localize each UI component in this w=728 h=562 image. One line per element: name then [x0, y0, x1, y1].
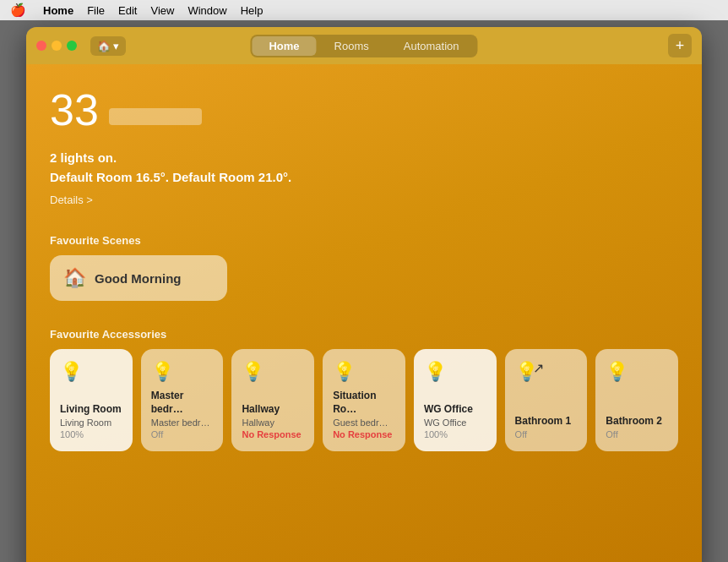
- accessory-sub-1: Master bedr…: [151, 417, 214, 428]
- accessory-status-1: Off: [151, 429, 214, 439]
- minimize-button[interactable]: [52, 41, 62, 51]
- menu-bar: 🍎 Home File Edit View Window Help: [0, 0, 728, 20]
- accessory-icon-6: 💡: [606, 361, 668, 383]
- home-status: 2 lights on. Default Room 16.5°. Default…: [50, 149, 678, 187]
- menu-view[interactable]: View: [150, 4, 174, 17]
- titlebar: 🏠 ▾ Home Rooms Automation +: [26, 27, 702, 64]
- accessory-name-1: Master bedr…: [151, 390, 214, 416]
- accessory-sub-2: Hallway: [242, 417, 304, 428]
- status-line2: Default Room 16.5°. Default Room 21.0°.: [50, 168, 678, 188]
- tab-automation[interactable]: Automation: [387, 36, 476, 56]
- menu-file[interactable]: File: [87, 4, 105, 17]
- add-button[interactable]: +: [668, 34, 692, 57]
- accessory-icon-4: 💡: [424, 361, 486, 383]
- accessory-name-5: Bathroom 1: [515, 415, 578, 428]
- accessory-card-0[interactable]: 💡Living RoomLiving Room100%: [50, 349, 133, 451]
- status-line1: 2 lights on.: [50, 149, 678, 168]
- scene-card-good-morning[interactable]: 🏠 Good Morning: [50, 255, 227, 301]
- accessory-status-2: No Response: [242, 429, 304, 439]
- accessory-icon-5: 💡: [515, 361, 578, 383]
- accessory-sub-0: Living Room: [60, 417, 122, 428]
- tab-home[interactable]: Home: [252, 36, 316, 56]
- temperature-display: 33: [50, 85, 99, 135]
- menu-edit[interactable]: Edit: [118, 4, 137, 17]
- accessory-card-2[interactable]: 💡HallwayHallwayNo Response: [231, 349, 314, 451]
- traffic-lights: [36, 41, 77, 51]
- accessory-name-0: Living Room: [60, 403, 122, 417]
- accessory-card-1[interactable]: 💡Master bedr…Master bedr…Off: [141, 349, 224, 451]
- accessory-card-3[interactable]: 💡Situation Ro…Guest bedr…No Response: [323, 349, 405, 451]
- scene-home-icon: 🏠: [63, 267, 86, 289]
- scenes-row: 🏠 Good Morning: [50, 255, 678, 301]
- menu-window[interactable]: Window: [187, 4, 226, 17]
- weather-bar: [109, 108, 202, 125]
- accessory-card-4[interactable]: 💡WG OfficeWG Office100%: [414, 349, 497, 451]
- home-icon-button[interactable]: 🏠 ▾: [90, 36, 126, 56]
- accessory-status-4: 100%: [424, 429, 486, 439]
- accessory-icon-2: 💡: [242, 361, 304, 383]
- accessory-name-6: Bathroom 2: [606, 415, 668, 428]
- apple-logo-icon: 🍎: [10, 3, 26, 18]
- accessory-sub-3: Guest bedr…: [333, 417, 395, 428]
- accessory-name-2: Hallway: [242, 403, 304, 417]
- accessory-status-6: Off: [606, 429, 668, 439]
- accessories-section-label: Favourite Accessories: [50, 328, 678, 341]
- close-button[interactable]: [36, 41, 46, 51]
- accessory-card-5[interactable]: 💡Bathroom 1Off: [505, 349, 588, 451]
- accessory-icon-0: 💡: [60, 361, 122, 383]
- scene-name: Good Morning: [95, 271, 181, 286]
- scenes-section-label: Favourite Scenes: [50, 234, 678, 247]
- tab-rooms[interactable]: Rooms: [318, 36, 386, 56]
- accessory-icon-1: 💡: [151, 361, 214, 383]
- weather-section: 33: [50, 85, 678, 135]
- tab-group: Home Rooms Automation: [250, 35, 477, 57]
- menu-home[interactable]: Home: [43, 4, 73, 17]
- accessory-status-5: Off: [515, 429, 578, 439]
- menu-help[interactable]: Help: [241, 4, 263, 17]
- accessories-row: 💡Living RoomLiving Room100%💡Master bedr……: [50, 349, 678, 451]
- accessory-icon-3: 💡: [333, 361, 395, 383]
- accessory-status-3: No Response: [333, 429, 395, 439]
- app-window: 🏠 ▾ Home Rooms Automation + 33 2 lights …: [26, 27, 702, 562]
- home-icon: 🏠: [97, 40, 111, 52]
- accessory-name-3: Situation Ro…: [333, 390, 395, 416]
- maximize-button[interactable]: [67, 41, 77, 51]
- accessory-status-0: 100%: [60, 429, 122, 439]
- main-content: 33 2 lights on. Default Room 16.5°. Defa…: [26, 64, 702, 562]
- accessory-name-4: WG Office: [424, 403, 486, 417]
- details-link[interactable]: Details >: [50, 194, 93, 206]
- home-chevron-icon: ▾: [113, 40, 119, 52]
- accessory-sub-4: WG Office: [424, 417, 486, 428]
- accessory-card-6[interactable]: 💡Bathroom 2Off: [595, 349, 678, 451]
